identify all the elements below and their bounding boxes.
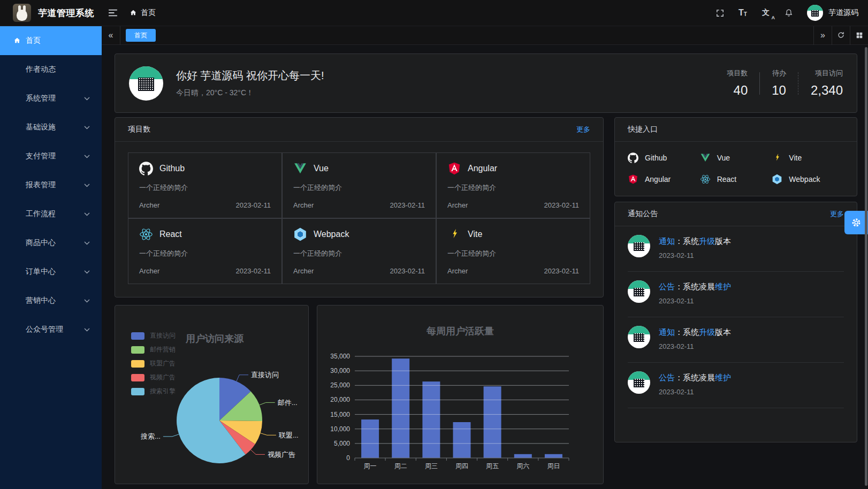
fullscreen-icon[interactable] [715,7,725,18]
pie-chart-legend: 直接访问邮件营销联盟广告视频广告搜索引擎 [131,331,176,396]
vue-icon [293,162,307,175]
notice-content: 通知：系统升级版本2023-02-11 [659,235,731,259]
project-name: Github [159,164,185,173]
sidebar-item-order-center[interactable]: 订单中心 [0,257,102,286]
project-date: 2023-02-11 [544,267,579,275]
user-menu[interactable]: 芋道源码 [807,5,858,21]
layout-grid-icon[interactable] [850,26,868,45]
quick-link-react[interactable]: React [700,174,772,185]
pie-slice-label: 视频广告 [268,450,295,459]
stat-label: 项目数 [727,68,748,78]
projects-card-title: 项目数 [128,125,150,134]
legend-item[interactable]: 邮件营销 [131,345,176,354]
x-tick-label: 周五 [486,462,499,470]
project-card-webpack[interactable]: Webpack一个正经的简介Archer2023-02-11 [282,218,436,284]
sidebar-item-payment[interactable]: 支付管理 [0,142,102,171]
gear-icon [850,217,862,228]
sidebar-item-report[interactable]: 报表管理 [0,171,102,200]
project-card-vue[interactable]: Vue一个正经的简介Archer2023-02-11 [282,152,436,218]
project-card-github[interactable]: Github一个正经的简介Archer2023-02-11 [128,152,282,218]
tabs-scroll-right-icon[interactable]: » [813,26,832,45]
project-card-react[interactable]: React一个正经的简介Archer2023-02-11 [128,218,282,284]
stat-divider [798,72,799,95]
project-name: Vite [468,230,482,239]
locale-icon[interactable]: 文A [761,7,771,18]
y-tick-label: 20,000 [330,396,350,403]
notice-item[interactable]: 通知：系统升级版本2023-02-11 [628,317,844,363]
tabs-scroll-left-icon[interactable]: « [102,26,120,45]
quick-link-vite[interactable]: Vite [772,152,844,163]
notices-more-link[interactable]: 更多 [830,209,844,219]
projects-more-link[interactable]: 更多 [576,125,590,134]
project-footer: Archer2023-02-11 [139,201,271,209]
project-footer: Archer2023-02-11 [447,201,579,209]
legend-item[interactable]: 联盟广告 [131,359,176,368]
project-desc: 一个正经的简介 [293,183,425,193]
notice-date: 2023-02-11 [659,342,731,350]
chevron-down-icon [84,299,90,303]
webpack-icon [293,227,307,241]
quick-link-vue[interactable]: Vue [700,152,772,163]
notice-date: 2023-02-11 [659,388,731,396]
sidebar-item-official-account[interactable]: 公众号管理 [0,315,102,344]
sidebar-item-author-feed[interactable]: 作者动态 [0,55,102,84]
notice-content: 通知：系统升级版本2023-02-11 [659,326,731,350]
notice-avatar [628,280,650,303]
sidebar-item-marketing-center[interactable]: 营销中心 [0,286,102,315]
sidebar-item-label: 工作流程 [26,209,56,219]
home-icon [13,37,21,44]
stat-divider [759,72,760,95]
project-author: Archer [293,267,314,275]
sidebar-item-infrastructure[interactable]: 基础设施 [0,113,102,142]
sidebar-item-label: 作者动态 [26,65,56,74]
project-name: React [159,230,182,239]
refresh-icon[interactable] [832,26,850,45]
sidebar-item-product-center[interactable]: 商品中心 [0,228,102,257]
greeting-title: 你好 芋道源码 祝你开心每一天! [176,68,324,83]
legend-item[interactable]: 直接访问 [131,331,176,340]
x-tick-label: 周二 [394,462,407,470]
quick-link-github[interactable]: Github [628,152,700,163]
notice-date: 2023-02-11 [659,251,731,259]
scrollbar[interactable] [865,47,867,486]
project-card-header: React [139,227,271,241]
sidebar-item-workflow[interactable]: 工作流程 [0,200,102,228]
sidebar-item-home[interactable]: 首页 [0,26,102,55]
quick-link-angular[interactable]: Angular [628,174,700,185]
bar-周四[interactable] [453,422,471,458]
project-card-vite[interactable]: Vite一个正经的简介Archer2023-02-11 [436,218,590,284]
bar-周五[interactable] [484,386,501,458]
quick-link-label: Angular [645,175,671,184]
notice-item[interactable]: 公告：系统凌晨维护2023-02-11 [628,272,844,317]
bell-icon[interactable] [784,7,794,18]
project-author: Archer [447,267,468,275]
project-author: Archer [447,201,468,209]
sidebar-item-system[interactable]: 系统管理 [0,84,102,113]
bar-周六[interactable] [514,454,532,458]
bar-周二[interactable] [392,358,409,458]
project-desc: 一个正经的简介 [139,249,271,258]
legend-item[interactable]: 视频广告 [131,373,176,382]
app-logo[interactable]: 芋道管理系统 [0,4,102,22]
notice-item[interactable]: 通知：系统升级版本2023-02-11 [628,226,844,272]
tab-home[interactable]: 首页 [126,29,156,42]
webpack-icon [772,174,782,185]
font-size-icon[interactable]: TT [738,7,748,18]
project-desc: 一个正经的简介 [139,183,271,193]
bar-周三[interactable] [422,381,440,458]
legend-item[interactable]: 搜索引擎 [131,387,176,396]
app-title: 芋道管理系统 [38,7,94,19]
project-name: Webpack [314,230,349,239]
bar-周一[interactable] [361,419,379,458]
project-card-angular[interactable]: Angular一个正经的简介Archer2023-02-11 [436,152,590,218]
breadcrumb-item[interactable]: 首页 [141,8,156,18]
notice-item[interactable]: 公告：系统凌晨维护2023-02-11 [628,363,844,408]
quick-link-webpack[interactable]: Webpack [772,174,844,185]
project-card-header: Github [139,162,271,175]
notice-content: 公告：系统凌晨维护2023-02-11 [659,280,731,305]
bar-周日[interactable] [545,454,562,458]
sidebar-item-label: 公众号管理 [26,325,63,334]
shortcuts-card: 快捷入口 GithubVueViteAngularReactWebpack [614,117,857,196]
sidebar-collapse-icon[interactable] [108,9,118,17]
quick-link-label: Webpack [789,175,820,184]
